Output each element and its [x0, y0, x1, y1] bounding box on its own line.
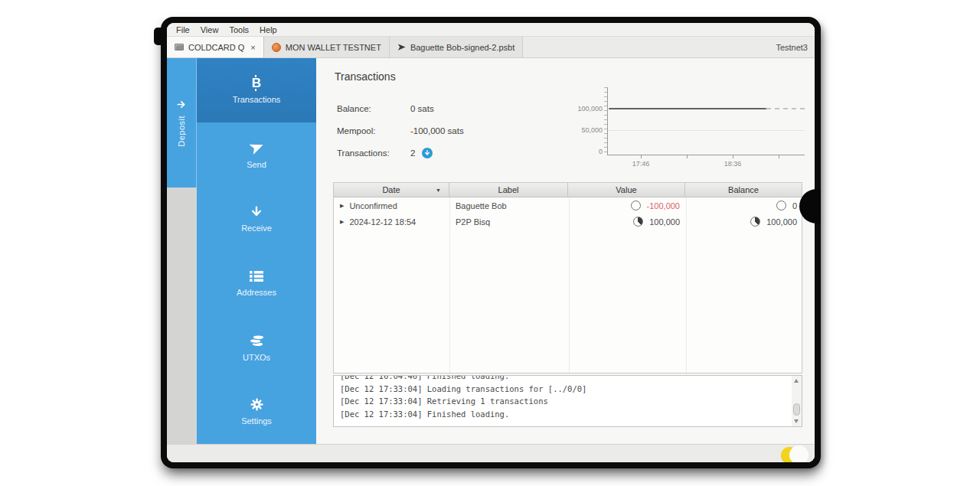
bitcoin-icon: B — [252, 77, 261, 90]
x-tick — [733, 155, 733, 158]
mempool-label: Mempool: — [337, 126, 410, 135]
deposit-tab[interactable]: Deposit — [167, 58, 197, 188]
deposit-tab-label: Deposit — [177, 116, 186, 147]
sidebar-item-utxos[interactable]: UTXOs — [197, 315, 316, 380]
tx-balance: 100,000 — [766, 217, 797, 227]
table-row-confirmed[interactable]: ▶ 2024-12-12 18:54 P2P Bisq 100,000 — [334, 214, 802, 230]
table-row-unconfirmed[interactable]: ▶ Unconfirmed Baguette Bob -100,000 — [334, 197, 802, 214]
summary-balance: Balance: 0 sats — [337, 104, 434, 113]
tab-mon-wallet-testnet[interactable]: MON WALLET TESTNET — [264, 37, 390, 57]
sidebar-item-label: Transactions — [233, 95, 281, 104]
balance-label: Balance: — [337, 104, 410, 113]
corner-badge — [781, 447, 812, 462]
tx-value: -100,000 — [647, 201, 680, 210]
tab-bar: COLDCARD Q × MON WALLET TESTNET Baguette… — [167, 37, 815, 58]
x-tick — [779, 155, 779, 158]
coins-icon — [249, 334, 265, 347]
sidebar-item-send[interactable]: Send — [197, 122, 316, 187]
network-label: Testnet3 — [776, 37, 815, 57]
scroll-up-icon[interactable] — [794, 379, 799, 383]
sidebar-item-transactions[interactable]: B Transactions — [197, 58, 316, 122]
balance-line-solid — [609, 108, 766, 109]
tab-label: MON WALLET TESTNET — [286, 43, 381, 52]
menu-help[interactable]: Help — [254, 23, 283, 37]
app-window: File View Tools Help COLDCARD Q × MON WA… — [167, 23, 815, 462]
column-header-date[interactable]: Date ▼ — [334, 183, 449, 197]
log-line: [Dec 12 17:33:04] Finished loading. — [340, 408, 792, 421]
confirmation-pie-icon — [750, 217, 760, 227]
sidebar-item-label: Settings — [241, 416, 272, 426]
deposit-column: Deposit — [167, 58, 197, 462]
sidebar-item-label: UTXOs — [243, 353, 270, 362]
tx-label: Baguette Bob — [456, 201, 507, 210]
tab-psbt[interactable]: Baguette Bob-signed-2.psbt — [390, 37, 523, 57]
summary-transactions: Transactions: 2 — [337, 148, 433, 158]
sidebar-item-label: Send — [247, 160, 266, 169]
tab-coldcard-q[interactable]: COLDCARD Q × — [167, 37, 264, 57]
arrow-right-icon — [177, 99, 187, 109]
menu-bar: File View Tools Help — [167, 23, 815, 37]
sidebar-item-label: Receive — [241, 223, 272, 233]
mempool-value: -100,000 sats — [410, 126, 464, 135]
menu-view[interactable]: View — [195, 23, 224, 37]
coldcard-device-icon — [175, 44, 184, 51]
white-overlay-dot — [789, 445, 808, 462]
sidebar-item-addresses[interactable]: Addresses — [197, 251, 316, 315]
y-tick-0: 0 — [569, 148, 603, 155]
device-frame: File View Tools Help COLDCARD Q × MON WA… — [161, 17, 821, 468]
expand-row-icon[interactable]: ▶ — [340, 219, 344, 225]
transactions-pane: Transactions Balance: 0 sats Mempool: -1… — [316, 58, 815, 462]
close-icon[interactable]: × — [250, 43, 255, 52]
log-scrollbar[interactable] — [792, 376, 802, 426]
wallet-orange-icon — [272, 43, 281, 52]
menu-tools[interactable]: Tools — [224, 23, 254, 37]
app-body: Deposit B Transactions Send — [167, 58, 815, 462]
table-body: ▶ Unconfirmed Baguette Bob -100,000 — [334, 197, 802, 373]
empty-circle-icon — [631, 201, 641, 210]
page-title: Transactions — [335, 70, 396, 83]
transactions-table: Date ▼ Label Value Balance ▶ Unco — [333, 182, 802, 373]
sidebar-nav: B Transactions Send Receive — [197, 58, 316, 462]
list-icon — [250, 270, 263, 282]
sidebar-item-receive[interactable]: Receive — [197, 187, 316, 251]
screenshot-stage: File View Tools Help COLDCARD Q × MON WA… — [0, 0, 980, 486]
x-axis — [607, 155, 805, 155]
tx-value: 100,000 — [649, 217, 680, 227]
gridline-50000 — [608, 130, 805, 131]
sidebar-item-label: Addresses — [237, 288, 276, 297]
x-tick-1836: 18:36 — [714, 160, 752, 168]
scroll-thumb[interactable] — [793, 403, 800, 416]
status-strip — [167, 444, 815, 462]
log-line: [Dec 12 17:33:04] Retrieving 1 transacti… — [340, 395, 792, 408]
tx-date: Unconfirmed — [349, 201, 397, 210]
tx-date: 2024-12-12 18:54 — [349, 217, 416, 227]
x-tick — [641, 155, 642, 158]
tab-label: Baguette Bob-signed-2.psbt — [410, 43, 514, 52]
tab-label: COLDCARD Q — [188, 43, 244, 52]
sidebar-item-settings[interactable]: Settings — [197, 380, 316, 444]
balance-chart: 100,000 50,000 0 17:46 18:36 — [569, 83, 808, 170]
sort-desc-icon: ▼ — [436, 188, 441, 193]
balance-value: 0 sats — [410, 104, 434, 113]
expand-row-icon[interactable]: ▶ — [340, 203, 344, 209]
empty-circle-icon — [776, 201, 786, 210]
psbt-plane-icon — [397, 43, 406, 51]
paper-plane-icon — [250, 140, 264, 155]
summary-mempool: Mempool: -100,000 sats — [337, 126, 464, 135]
log-line: [Dec 12 17:33:04] Loading transactions f… — [340, 383, 792, 396]
y-tick-50000: 50,000 — [569, 126, 603, 134]
scroll-down-icon[interactable] — [794, 419, 799, 423]
gear-icon — [250, 398, 263, 411]
download-circle-icon[interactable] — [422, 148, 433, 158]
y-tick-100000: 100,000 — [569, 105, 603, 113]
balance-line-projected — [766, 108, 805, 109]
arrow-down-icon — [250, 206, 263, 218]
transactions-count-value: 2 — [410, 148, 415, 158]
column-header-label[interactable]: Label — [449, 183, 568, 197]
tx-balance: 0 — [792, 201, 797, 210]
column-header-value[interactable]: Value — [568, 183, 685, 197]
y-axis — [607, 87, 608, 155]
menu-file[interactable]: File — [171, 23, 195, 37]
column-header-balance[interactable]: Balance — [685, 183, 802, 197]
transactions-count-label: Transactions: — [337, 148, 410, 158]
